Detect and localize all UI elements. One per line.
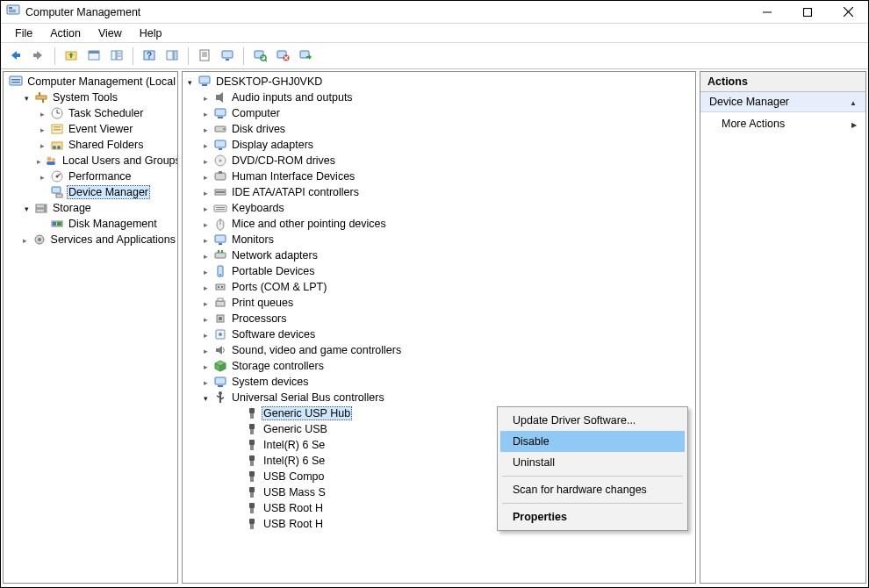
expand-icon[interactable] bbox=[200, 172, 211, 182]
ctx-properties[interactable]: Properties bbox=[500, 506, 685, 527]
expand-icon[interactable] bbox=[200, 314, 211, 324]
expand-icon[interactable] bbox=[200, 204, 211, 213]
menu-help[interactable]: Help bbox=[131, 25, 171, 41]
toolbar-treelist-button[interactable] bbox=[107, 47, 126, 66]
device-category[interactable]: Processors bbox=[198, 311, 695, 326]
device-category[interactable]: Mice and other pointing devices bbox=[198, 216, 695, 232]
expand-icon[interactable] bbox=[200, 125, 211, 134]
expand-icon[interactable] bbox=[200, 251, 211, 261]
expand-icon[interactable] bbox=[200, 283, 211, 292]
toolbar-actionpane-button[interactable] bbox=[162, 47, 182, 66]
nav-storage[interactable]: Storage bbox=[19, 200, 177, 216]
actions-group[interactable]: Device Manager bbox=[700, 92, 865, 112]
expand-icon[interactable] bbox=[37, 109, 47, 118]
expand-icon[interactable] bbox=[37, 156, 41, 166]
toolbar-monitor-button[interactable] bbox=[218, 47, 237, 66]
svg-rect-128 bbox=[249, 487, 255, 492]
ctx-uninstall[interactable]: Uninstall bbox=[500, 452, 685, 473]
device-root[interactable]: DESKTOP-GHJ0VKD bbox=[183, 74, 695, 90]
device-category[interactable]: Network adapters bbox=[198, 247, 695, 263]
svg-text:?: ? bbox=[147, 51, 152, 61]
minimize-button[interactable] bbox=[747, 1, 787, 23]
device-category-usb[interactable]: Universal Serial Bus controllers bbox=[198, 390, 695, 405]
device-category[interactable]: Sound, video and game controllers bbox=[198, 342, 695, 358]
toolbar-disable-button[interactable] bbox=[273, 47, 292, 66]
device-category[interactable]: Human Interface Devices bbox=[198, 169, 695, 184]
device-category[interactable]: IDE ATA/ATAPI controllers bbox=[198, 184, 695, 200]
toolbar-properties-button[interactable] bbox=[84, 47, 104, 66]
device-category[interactable]: Storage controllers bbox=[198, 358, 695, 374]
toolbar-sheet-button[interactable] bbox=[195, 47, 214, 66]
expand-icon[interactable] bbox=[21, 204, 32, 213]
menu-view[interactable]: View bbox=[90, 25, 131, 41]
toolbar-update-button[interactable] bbox=[296, 47, 315, 66]
expand-icon[interactable] bbox=[200, 346, 211, 355]
toolbar-up-button[interactable] bbox=[61, 47, 81, 66]
expand-icon[interactable] bbox=[200, 377, 211, 387]
menu-action[interactable]: Action bbox=[41, 25, 90, 41]
device-category[interactable]: Computer bbox=[198, 105, 695, 121]
expand-icon[interactable] bbox=[200, 109, 211, 118]
nav-local-users[interactable]: Local Users and Groups bbox=[35, 153, 177, 169]
maximize-button[interactable] bbox=[787, 1, 828, 23]
actions-more[interactable]: More Actions bbox=[700, 112, 865, 135]
nav-device-manager[interactable]: Device Manager bbox=[35, 184, 177, 200]
expand-icon[interactable] bbox=[200, 235, 211, 245]
expand-icon[interactable] bbox=[200, 330, 211, 340]
performance-icon bbox=[50, 169, 64, 183]
menu-file[interactable]: File bbox=[6, 25, 41, 41]
expand-icon[interactable] bbox=[37, 172, 47, 182]
device-category[interactable]: Disk drives bbox=[198, 121, 695, 137]
nav-performance[interactable]: Performance bbox=[35, 169, 177, 184]
device-category[interactable]: Audio inputs and outputs bbox=[198, 90, 695, 105]
device-category[interactable]: System devices bbox=[198, 374, 695, 390]
usb-device-label: USB Compo bbox=[262, 470, 326, 483]
nav-services[interactable]: Services and Applications bbox=[19, 232, 177, 247]
ctx-disable[interactable]: Disable bbox=[500, 431, 685, 452]
mouse-icon bbox=[213, 217, 227, 231]
expand-icon[interactable] bbox=[200, 267, 211, 276]
device-category-label: Mice and other pointing devices bbox=[230, 218, 388, 230]
nav-system-tools[interactable]: System Tools bbox=[19, 90, 177, 105]
nav-event-viewer[interactable]: Event Viewer bbox=[35, 121, 177, 137]
expand-icon[interactable] bbox=[200, 156, 211, 166]
device-category[interactable]: Print queues bbox=[198, 295, 695, 311]
device-category[interactable]: Display adapters bbox=[198, 137, 695, 153]
device-category[interactable]: Ports (COM & LPT) bbox=[198, 279, 695, 295]
device-category-label: System devices bbox=[230, 376, 311, 388]
toolbar-back-button[interactable] bbox=[6, 47, 25, 66]
svg-rect-11 bbox=[33, 54, 38, 57]
device-category[interactable]: Monitors bbox=[198, 232, 695, 247]
device-category[interactable]: Software devices bbox=[198, 326, 695, 342]
device-category[interactable]: Portable Devices bbox=[198, 263, 695, 279]
nav-task-scheduler[interactable]: Task Scheduler bbox=[35, 105, 177, 121]
expand-icon[interactable] bbox=[200, 298, 211, 308]
svg-rect-71 bbox=[199, 76, 210, 83]
expand-icon[interactable] bbox=[200, 188, 211, 197]
nav-disk-management[interactable]: Disk Management bbox=[35, 216, 177, 232]
expand-icon[interactable] bbox=[200, 140, 211, 150]
expand-icon[interactable] bbox=[21, 235, 30, 245]
expand-icon[interactable] bbox=[21, 93, 32, 103]
ctx-update-driver[interactable]: Update Driver Software... bbox=[500, 410, 685, 431]
expand-icon[interactable] bbox=[37, 140, 47, 150]
ctx-scan[interactable]: Scan for hardware changes bbox=[500, 479, 685, 500]
device-category-label: Human Interface Devices bbox=[230, 170, 356, 183]
expand-icon[interactable] bbox=[200, 362, 211, 371]
device-category[interactable]: DVD/CD-ROM drives bbox=[198, 153, 695, 169]
nav-root[interactable]: Computer Management (Local bbox=[4, 74, 177, 90]
expand-icon[interactable] bbox=[37, 125, 47, 134]
device-manager-icon bbox=[50, 185, 64, 199]
toolbar-forward-button[interactable] bbox=[29, 47, 48, 66]
expand-icon[interactable] bbox=[200, 93, 211, 103]
expand-icon[interactable] bbox=[200, 393, 211, 403]
toolbar-help-button[interactable]: ? bbox=[140, 47, 159, 66]
expand-icon[interactable] bbox=[200, 219, 211, 229]
close-button[interactable] bbox=[828, 1, 868, 23]
expand-icon[interactable] bbox=[184, 77, 195, 87]
device-category[interactable]: Keyboards bbox=[198, 200, 695, 216]
ctx-divider bbox=[502, 503, 683, 504]
collapse-icon bbox=[850, 96, 857, 108]
toolbar-scan-button[interactable] bbox=[250, 47, 269, 66]
nav-shared-folders[interactable]: Shared Folders bbox=[35, 137, 177, 153]
